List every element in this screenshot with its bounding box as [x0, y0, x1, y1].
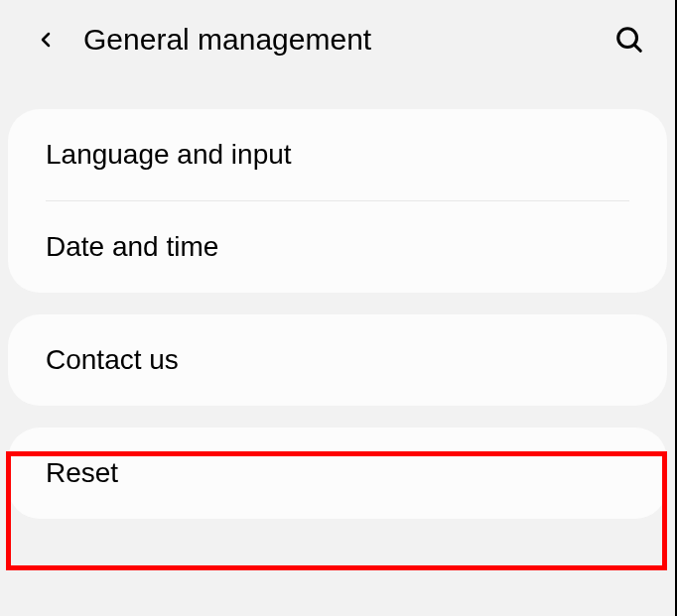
search-icon [614, 25, 644, 55]
list-item-reset[interactable]: Reset [8, 428, 667, 519]
content: Language and input Date and time Contact… [0, 109, 675, 519]
chevron-left-icon [34, 28, 58, 52]
settings-group-3: Reset [8, 428, 667, 519]
list-item-contact-us[interactable]: Contact us [8, 314, 667, 406]
list-item-label: Date and time [46, 231, 218, 262]
list-item-label: Language and input [46, 139, 292, 170]
list-item-language-and-input[interactable]: Language and input [8, 109, 667, 200]
list-item-date-and-time[interactable]: Date and time [8, 201, 667, 293]
back-button[interactable] [24, 18, 68, 62]
list-item-label: Contact us [46, 344, 179, 375]
header: General management [0, 0, 675, 79]
settings-group-1: Language and input Date and time [8, 109, 667, 293]
svg-line-1 [634, 45, 640, 51]
settings-group-2: Contact us [8, 314, 667, 406]
list-item-label: Reset [46, 457, 118, 488]
search-button[interactable] [608, 18, 651, 62]
page-title: General management [83, 23, 608, 57]
